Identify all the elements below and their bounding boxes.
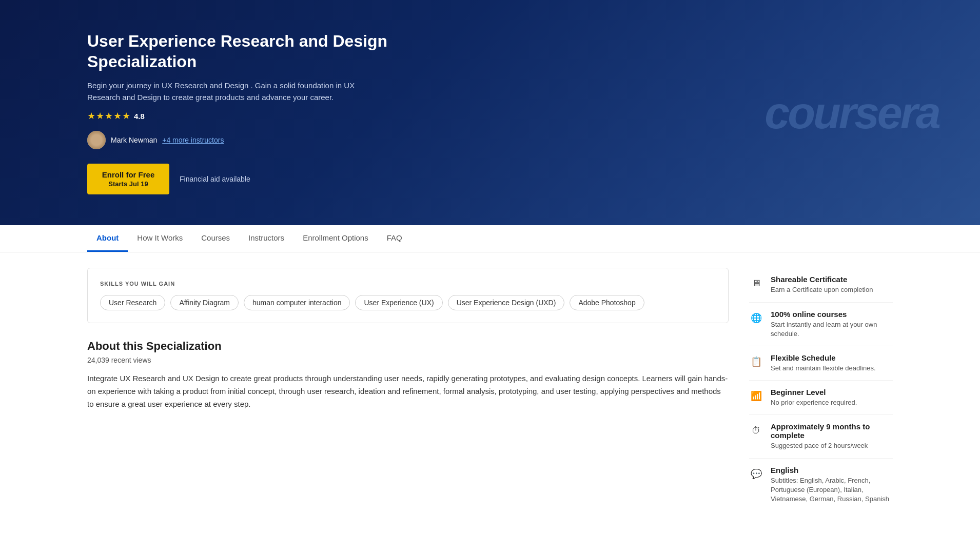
- skill-tag: Adobe Photoshop: [570, 295, 644, 310]
- avatar: [87, 131, 106, 149]
- sidebar-item-desc: Subtitles: English, Arabic, French, Port…: [771, 476, 893, 504]
- instructor-name: Mark Newman: [111, 136, 157, 144]
- hero-section: User Experience Research and Design Spec…: [0, 0, 980, 225]
- nav-link-about[interactable]: About: [87, 225, 128, 252]
- course-title: User Experience Research and Design Spec…: [87, 31, 395, 72]
- course-description: Begin your journey in UX Research and De…: [87, 80, 375, 103]
- sidebar-item: 🖥 Shareable Certificate Earn a Certifica…: [749, 268, 893, 302]
- skill-tag: User Experience Design (UXD): [448, 295, 565, 310]
- nav-item-enrollment-options[interactable]: Enrollment Options: [293, 225, 378, 252]
- nav-link-faq[interactable]: FAQ: [378, 225, 411, 252]
- nav-item-how-it-works[interactable]: How It Works: [128, 225, 192, 252]
- about-title: About this Specialization: [87, 340, 729, 353]
- hero-content: User Experience Research and Design Spec…: [87, 31, 395, 194]
- nav-item-about[interactable]: About: [87, 225, 128, 252]
- instructor-area: Mark Newman +4 more instructors: [87, 131, 395, 149]
- sidebar-item-title: Flexible Schedule: [771, 353, 893, 362]
- nav-item-faq[interactable]: FAQ: [378, 225, 411, 252]
- sidebar-item-icon: 📶: [749, 389, 763, 403]
- sidebar-item-icon: 🖥: [749, 276, 763, 290]
- sidebar-item: 📶 Beginner Level No prior experience req…: [749, 381, 893, 415]
- sidebar-item: 📋 Flexible Schedule Set and maintain fle…: [749, 346, 893, 381]
- nav-link-enrollment-options[interactable]: Enrollment Options: [293, 225, 378, 252]
- main-content: SKILLS YOU WILL GAIN User ResearchAffini…: [87, 268, 729, 410]
- sidebar-item-title: 100% online courses: [771, 310, 893, 319]
- more-instructors-link[interactable]: +4 more instructors: [162, 136, 224, 144]
- sidebar: 🖥 Shareable Certificate Earn a Certifica…: [749, 268, 893, 511]
- star-icons: ★★★★★: [87, 110, 131, 122]
- nav-item-instructors[interactable]: Instructors: [239, 225, 293, 252]
- sidebar-item-icon: ⏱: [749, 423, 763, 438]
- skills-tags-container: User ResearchAffinity Diagramhuman compu…: [100, 295, 716, 310]
- sidebar-item-title: English: [771, 466, 893, 474]
- nav-link-instructors[interactable]: Instructors: [239, 225, 293, 252]
- sidebar-item-desc: Earn a Certificate upon completion: [771, 285, 893, 294]
- main-layout: SKILLS YOU WILL GAIN User ResearchAffini…: [0, 252, 980, 526]
- rating-area: ★★★★★ 4.8: [87, 110, 395, 122]
- sidebar-item-icon: 🌐: [749, 311, 763, 325]
- sidebar-item-desc: Start instantly and learn at your own sc…: [771, 320, 893, 339]
- enroll-area: Enroll for Free Starts Jul 19 Financial …: [87, 164, 395, 194]
- sidebar-item-desc: Set and maintain flexible deadlines.: [771, 364, 893, 373]
- skill-tag: human computer interaction: [244, 295, 350, 310]
- nav-list: About How It Works Courses Instructors E…: [87, 225, 893, 252]
- sidebar-item-title: Beginner Level: [771, 388, 893, 397]
- skill-tag: Affinity Diagram: [170, 295, 239, 310]
- rating-number: 4.8: [134, 112, 145, 121]
- nav-link-how-it-works[interactable]: How It Works: [128, 225, 192, 252]
- avatar-image: [87, 131, 106, 149]
- coursera-logo-watermark: coursera: [765, 87, 939, 139]
- nav-item-courses[interactable]: Courses: [192, 225, 239, 252]
- sidebar-item-icon: 💬: [749, 467, 763, 481]
- sidebar-item: 🌐 100% online courses Start instantly an…: [749, 303, 893, 346]
- about-section: About this Specialization 24,039 recent …: [87, 340, 729, 410]
- about-views: 24,039 recent views: [87, 356, 729, 364]
- sidebar-item-desc: No prior experience required.: [771, 398, 893, 407]
- about-description: Integrate UX Research and UX Design to c…: [87, 372, 729, 410]
- financial-aid-text: Financial aid available: [180, 175, 250, 183]
- course-navigation: About How It Works Courses Instructors E…: [0, 225, 980, 252]
- sidebar-item-title: Approximately 9 months to complete: [771, 422, 893, 440]
- sidebar-item-desc: Suggested pace of 2 hours/week: [771, 441, 893, 450]
- skills-card: SKILLS YOU WILL GAIN User ResearchAffini…: [87, 268, 729, 323]
- sidebar-item: 💬 English Subtitles: English, Arabic, Fr…: [749, 459, 893, 511]
- sidebar-item: ⏱ Approximately 9 months to complete Sug…: [749, 415, 893, 458]
- nav-link-courses[interactable]: Courses: [192, 225, 239, 252]
- skill-tag: User Experience (UX): [355, 295, 442, 310]
- sidebar-item-icon: 📋: [749, 354, 763, 369]
- skill-tag: User Research: [100, 295, 165, 310]
- skills-label: SKILLS YOU WILL GAIN: [100, 281, 716, 287]
- sidebar-item-title: Shareable Certificate: [771, 275, 893, 284]
- enroll-button[interactable]: Enroll for Free Starts Jul 19: [87, 164, 169, 194]
